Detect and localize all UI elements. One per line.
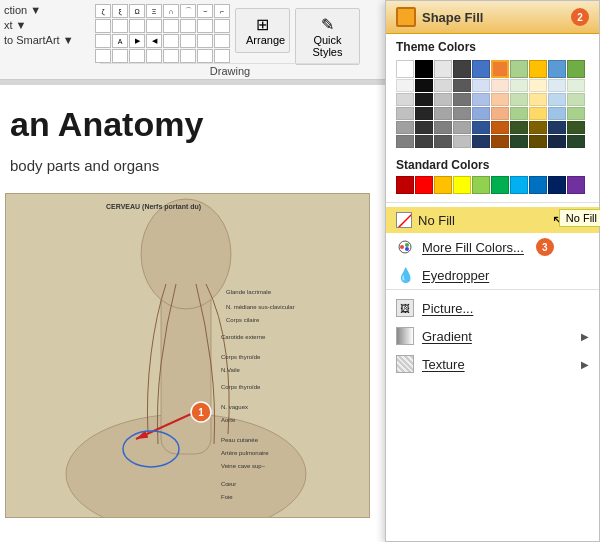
shape-cell[interactable]: ◀ xyxy=(146,34,162,48)
theme-shade-swatch[interactable] xyxy=(453,79,471,92)
picture-item[interactable]: 🖼 Picture... xyxy=(386,294,599,322)
quick-styles-button[interactable]: ✎ QuickStyles xyxy=(295,8,360,65)
eyedropper-item[interactable]: 💧 Eyedropper xyxy=(386,261,599,289)
theme-shade-swatch[interactable] xyxy=(548,107,566,120)
theme-shade-swatch[interactable] xyxy=(548,93,566,106)
theme-shade-swatch[interactable] xyxy=(453,121,471,134)
theme-shade-swatch[interactable] xyxy=(396,79,414,92)
shape-cell[interactable]: ⌐ xyxy=(214,4,230,18)
theme-shade-swatch[interactable] xyxy=(567,107,585,120)
theme-shade-swatch[interactable] xyxy=(510,121,528,134)
standard-color-swatch[interactable] xyxy=(396,176,414,194)
standard-color-swatch[interactable] xyxy=(434,176,452,194)
theme-color-swatch[interactable] xyxy=(567,60,585,78)
theme-shade-swatch[interactable] xyxy=(415,79,433,92)
theme-shade-swatch[interactable] xyxy=(491,135,509,148)
shape-cell[interactable] xyxy=(95,34,111,48)
theme-shade-swatch[interactable] xyxy=(472,135,490,148)
shape-cell[interactable] xyxy=(112,49,128,63)
theme-shade-swatch[interactable] xyxy=(529,121,547,134)
theme-shade-swatch[interactable] xyxy=(548,135,566,148)
theme-shade-swatch[interactable] xyxy=(529,135,547,148)
shape-cell[interactable] xyxy=(163,19,179,33)
theme-shade-swatch[interactable] xyxy=(529,93,547,106)
shape-cell[interactable] xyxy=(214,34,230,48)
shape-cell[interactable] xyxy=(214,19,230,33)
standard-color-swatch[interactable] xyxy=(415,176,433,194)
dropdown-header[interactable]: Shape Fill 2 xyxy=(386,1,599,34)
gradient-item[interactable]: Gradient ▶ xyxy=(386,322,599,350)
shape-cell[interactable]: ⌣ xyxy=(197,4,213,18)
theme-shade-swatch[interactable] xyxy=(415,135,433,148)
shape-cell[interactable] xyxy=(146,19,162,33)
shape-cell[interactable]: ξ xyxy=(112,4,128,18)
shape-cell[interactable] xyxy=(112,19,128,33)
shape-cell[interactable] xyxy=(180,19,196,33)
theme-shade-swatch[interactable] xyxy=(434,135,452,148)
theme-shade-swatch[interactable] xyxy=(396,121,414,134)
shape-cell[interactable] xyxy=(197,34,213,48)
texture-item[interactable]: Texture ▶ xyxy=(386,350,599,378)
shape-cell[interactable] xyxy=(129,19,145,33)
shape-cell[interactable] xyxy=(95,49,111,63)
shape-cell[interactable]: ζ xyxy=(95,4,111,18)
theme-shade-swatch[interactable] xyxy=(548,121,566,134)
shape-cell[interactable] xyxy=(95,19,111,33)
theme-shade-swatch[interactable] xyxy=(472,93,490,106)
theme-shade-swatch[interactable] xyxy=(510,107,528,120)
theme-shade-swatch[interactable] xyxy=(510,135,528,148)
shape-cell[interactable] xyxy=(197,19,213,33)
theme-shade-swatch[interactable] xyxy=(434,107,452,120)
theme-color-swatch[interactable] xyxy=(491,60,509,78)
theme-shade-swatch[interactable] xyxy=(396,93,414,106)
theme-shade-swatch[interactable] xyxy=(472,121,490,134)
theme-shade-swatch[interactable] xyxy=(567,135,585,148)
theme-color-swatch[interactable] xyxy=(529,60,547,78)
shape-cell[interactable]: A xyxy=(112,34,128,48)
theme-color-swatch[interactable] xyxy=(396,60,414,78)
theme-shade-swatch[interactable] xyxy=(472,107,490,120)
shape-cell[interactable]: Ξ xyxy=(146,4,162,18)
shape-cell[interactable] xyxy=(197,49,213,63)
theme-shade-swatch[interactable] xyxy=(453,107,471,120)
theme-shade-swatch[interactable] xyxy=(491,107,509,120)
standard-color-swatch[interactable] xyxy=(472,176,490,194)
theme-shade-swatch[interactable] xyxy=(529,107,547,120)
shape-cell[interactable]: ⌒ xyxy=(180,4,196,18)
no-fill-option[interactable]: No Fill ↖ No Fill xyxy=(386,207,599,233)
arrange-button[interactable]: ⊞ Arrange xyxy=(235,8,290,53)
theme-shade-swatch[interactable] xyxy=(510,93,528,106)
theme-shade-swatch[interactable] xyxy=(567,121,585,134)
theme-color-swatch[interactable] xyxy=(510,60,528,78)
shape-cell[interactable] xyxy=(180,49,196,63)
theme-shade-swatch[interactable] xyxy=(434,79,452,92)
theme-shade-swatch[interactable] xyxy=(434,121,452,134)
standard-color-swatch[interactable] xyxy=(510,176,528,194)
standard-color-swatch[interactable] xyxy=(453,176,471,194)
standard-color-swatch[interactable] xyxy=(567,176,585,194)
theme-color-swatch[interactable] xyxy=(415,60,433,78)
standard-color-swatch[interactable] xyxy=(529,176,547,194)
theme-color-swatch[interactable] xyxy=(434,60,452,78)
shape-cell[interactable] xyxy=(163,49,179,63)
theme-shade-swatch[interactable] xyxy=(453,135,471,148)
shape-cell[interactable] xyxy=(146,49,162,63)
theme-shade-swatch[interactable] xyxy=(415,121,433,134)
theme-shade-swatch[interactable] xyxy=(415,107,433,120)
shape-cell[interactable]: Ω xyxy=(129,4,145,18)
shape-cell[interactable] xyxy=(180,34,196,48)
shape-cell[interactable] xyxy=(129,49,145,63)
theme-shade-swatch[interactable] xyxy=(548,79,566,92)
more-fill-colors-item[interactable]: More Fill Colors... 3 xyxy=(386,233,599,261)
theme-shade-swatch[interactable] xyxy=(434,93,452,106)
theme-shade-swatch[interactable] xyxy=(396,135,414,148)
theme-shade-swatch[interactable] xyxy=(491,121,509,134)
theme-color-swatch[interactable] xyxy=(453,60,471,78)
theme-shade-swatch[interactable] xyxy=(453,93,471,106)
shape-cell[interactable]: ∩ xyxy=(163,4,179,18)
theme-shade-swatch[interactable] xyxy=(396,107,414,120)
theme-shade-swatch[interactable] xyxy=(415,93,433,106)
theme-shade-swatch[interactable] xyxy=(567,93,585,106)
standard-color-swatch[interactable] xyxy=(548,176,566,194)
theme-shade-swatch[interactable] xyxy=(491,93,509,106)
